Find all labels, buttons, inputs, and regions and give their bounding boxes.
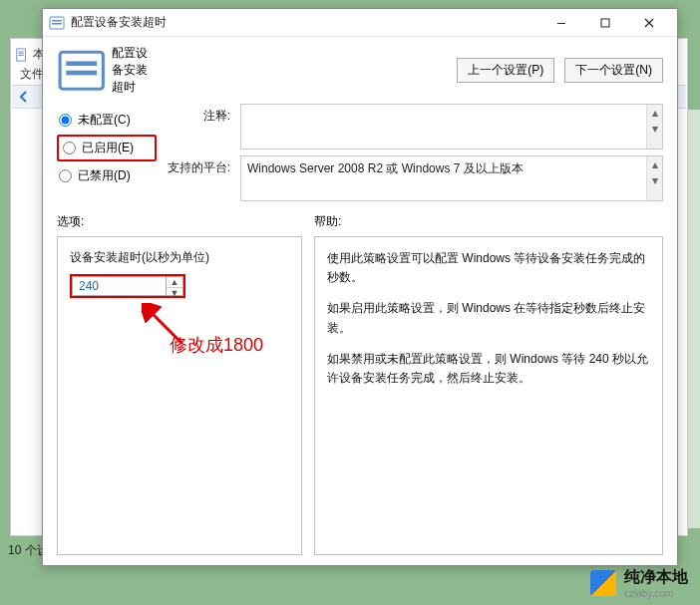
- comment-box[interactable]: ▴ ▾: [240, 104, 663, 150]
- platform-label: 支持的平台:: [167, 155, 230, 201]
- radio-disabled[interactable]: 已禁用(D): [57, 163, 157, 188]
- comment-label: 注释:: [167, 104, 230, 150]
- radio-not-configured-input[interactable]: [59, 114, 72, 127]
- spinner-up-button[interactable]: ▲: [167, 277, 182, 288]
- dialog-title: 配置设备安装超时: [71, 14, 539, 31]
- svg-rect-6: [52, 23, 62, 25]
- maximize-icon: [600, 18, 610, 28]
- watermark: 纯净本地 czlaby.com: [590, 567, 688, 599]
- help-paragraph-2: 如果启用此策略设置，则 Windows 在等待指定秒数后终止安装。: [327, 299, 650, 337]
- next-setting-button[interactable]: 下一个设置(N): [564, 58, 663, 83]
- titlebar: 配置设备安装超时: [43, 9, 677, 37]
- radio-not-configured-label: 未配置(C): [78, 112, 131, 129]
- background-window-title: 本: [15, 46, 45, 63]
- radio-enabled-input[interactable]: [63, 142, 76, 154]
- policy-subtitle-icon: [57, 46, 106, 95]
- svg-rect-7: [557, 23, 565, 24]
- meta-column: 注释: ▴ ▾ 支持的平台: Windows Server 2008 R2 或 …: [167, 104, 663, 201]
- close-button[interactable]: [627, 9, 671, 37]
- spinner-down-button[interactable]: ▼: [167, 288, 182, 298]
- svg-rect-3: [19, 55, 24, 56]
- options-label: 选项:: [57, 213, 302, 230]
- policy-icon: [49, 15, 65, 31]
- help-paragraph-3: 如果禁用或未配置此策略设置，则 Windows 等待 240 秒以允许设备安装任…: [327, 350, 650, 388]
- platform-value: Windows Server 2008 R2 或 Windows 7 及以上版本: [247, 161, 524, 175]
- options-pane: 设备安装超时(以秒为单位) ▲ ▼ 修改成1800: [57, 236, 302, 555]
- svg-rect-10: [66, 61, 97, 66]
- radio-disabled-input[interactable]: [59, 169, 72, 182]
- header-row: 配置设备安装超时 上一个设置(P) 下一个设置(N): [43, 37, 677, 102]
- config-middle: 未配置(C) 已启用(E) 已禁用(D) 注释: ▴ ▾: [43, 102, 677, 209]
- maximize-button[interactable]: [583, 9, 627, 37]
- radio-not-configured[interactable]: 未配置(C): [57, 108, 157, 133]
- scroll-down-icon[interactable]: ▾: [647, 172, 662, 188]
- panes-row: 设备安装超时(以秒为单位) ▲ ▼ 修改成1800 使用此策略设置可以配置 Wi…: [43, 232, 677, 565]
- section-labels: 选项: 帮助:: [43, 209, 677, 232]
- help-paragraph-1: 使用此策略设置可以配置 Windows 等待设备安装任务完成的秒数。: [327, 249, 650, 287]
- scroll-up-icon[interactable]: ▴: [647, 156, 662, 172]
- help-pane: 使用此策略设置可以配置 Windows 等待设备安装任务完成的秒数。 如果启用此…: [314, 236, 663, 555]
- background-right-strip: [688, 110, 700, 528]
- radio-enabled-label: 已启用(E): [82, 140, 134, 156]
- background-menu-file[interactable]: 文件: [20, 66, 44, 83]
- platform-scrollbar[interactable]: ▴ ▾: [646, 156, 662, 200]
- scroll-down-icon[interactable]: ▾: [647, 121, 662, 137]
- minimize-icon: [556, 18, 566, 28]
- help-label: 帮助:: [314, 213, 663, 230]
- minimize-button[interactable]: [539, 9, 583, 37]
- timeout-field-label: 设备安装超时(以秒为单位): [70, 249, 289, 266]
- timeout-input[interactable]: [72, 276, 166, 296]
- svg-rect-1: [19, 51, 24, 52]
- annotation-text: 修改成1800: [170, 333, 263, 357]
- radio-column: 未配置(C) 已启用(E) 已禁用(D): [57, 104, 157, 201]
- policy-dialog: 配置设备安装超时 配置设备安装超时 上一个设置(P) 下一个设置(N) 未配置(…: [42, 8, 678, 566]
- comment-scrollbar[interactable]: ▴ ▾: [646, 105, 662, 149]
- radio-disabled-label: 已禁用(D): [78, 167, 131, 184]
- back-arrow-icon[interactable]: [16, 89, 32, 105]
- svg-rect-2: [19, 53, 24, 54]
- svg-rect-11: [66, 70, 97, 75]
- watermark-text-en: czlaby.com: [624, 588, 688, 599]
- close-icon: [644, 18, 654, 28]
- dialog-subtitle: 配置设备安装超时: [112, 45, 159, 96]
- watermark-logo-icon: [590, 570, 616, 596]
- scroll-up-icon[interactable]: ▴: [647, 105, 662, 121]
- radio-enabled[interactable]: 已启用(E): [57, 135, 157, 161]
- watermark-text-cn: 纯净本地: [624, 567, 688, 588]
- document-icon: [15, 48, 29, 62]
- timeout-spinner[interactable]: ▲ ▼: [70, 274, 185, 298]
- svg-rect-5: [52, 20, 62, 22]
- spinner-buttons: ▲ ▼: [166, 276, 183, 296]
- svg-rect-8: [601, 19, 609, 27]
- platform-box: Windows Server 2008 R2 或 Windows 7 及以上版本…: [240, 155, 663, 201]
- prev-setting-button[interactable]: 上一个设置(P): [457, 58, 554, 83]
